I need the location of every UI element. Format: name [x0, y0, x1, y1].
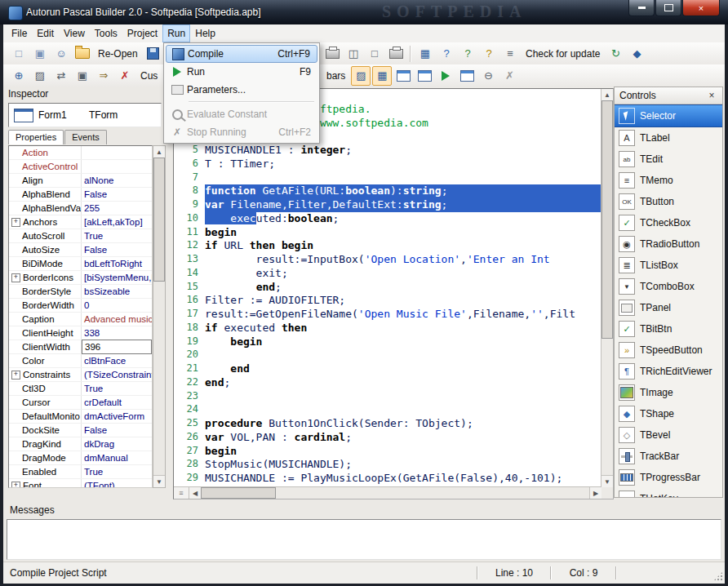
open-folder-button[interactable] [73, 44, 92, 64]
property-row-activecontrol[interactable]: ActiveControl [9, 160, 152, 174]
form-window-button[interactable] [393, 66, 413, 86]
delete-button[interactable]: ✗ [115, 66, 135, 86]
menu-run[interactable]: Run [162, 24, 190, 42]
control-item-tcheckbox[interactable]: ✓TCheckBox [615, 212, 722, 233]
menu-tools[interactable]: Tools [90, 24, 122, 42]
property-row-clientheight[interactable]: ClientHeight338 [9, 326, 152, 340]
control-item-tbutton[interactable]: OKTButton [615, 191, 722, 212]
control-item-thotkey[interactable]: AltTHotKey [615, 488, 722, 497]
scrollbar-thumb[interactable] [153, 158, 165, 282]
about-button[interactable]: ◆ [627, 44, 646, 64]
property-row-anchors[interactable]: +Anchors[akLeft,akTop] [9, 215, 152, 229]
print-preview-button[interactable]: ◫ [344, 44, 363, 64]
print-setup-button[interactable] [386, 44, 406, 64]
scroll-right-icon[interactable]: ▶ [589, 487, 601, 499]
control-item-tshape[interactable]: ◆TShape [615, 403, 722, 424]
print-button[interactable] [322, 44, 342, 64]
scroll-up-icon[interactable]: ▲ [153, 146, 165, 158]
refresh-button[interactable]: ↻ [606, 44, 625, 64]
code-line[interactable]: 26var VOL,PAN : cardinal; [174, 431, 601, 445]
property-row-bidimode[interactable]: BiDiModebdLeftToRight [9, 257, 152, 271]
control-item-tlistbox[interactable]: ≣TListBox [615, 255, 722, 276]
zoom-out-button[interactable]: ⊖ [478, 66, 498, 86]
run-menu-item-stop-running[interactable]: ✗Stop RunningCtrl+F2 [166, 123, 317, 141]
close-button[interactable]: × [682, 0, 720, 16]
scroll-left-icon[interactable]: ◀ [189, 487, 201, 499]
property-row-caption[interactable]: CaptionAdvanced music T [9, 313, 152, 326]
property-row-borderwidth[interactable]: BorderWidth0 [9, 299, 152, 313]
control-item-trackbar[interactable]: TrackBar [615, 446, 722, 467]
chart-view-button[interactable]: ▦ [372, 66, 392, 86]
transfer-button[interactable]: ⇄ [51, 66, 71, 86]
menu-edit[interactable]: Edit [32, 24, 59, 42]
minimize-button[interactable] [628, 0, 655, 16]
property-row-enabled[interactable]: EnabledTrue [9, 465, 152, 479]
help-index-button[interactable]: ? [458, 44, 477, 64]
scrollbar-thumb[interactable] [601, 100, 613, 339]
run-menu-item-compile[interactable]: CompileCtrl+F9 [166, 45, 317, 63]
run-menu-item-parameters[interactable]: Parameters... [166, 81, 317, 99]
control-item-selector[interactable]: Selector [615, 104, 722, 127]
code-line[interactable]: 27begin [174, 445, 601, 459]
code-line[interactable]: 23 [174, 390, 601, 404]
run-menu-item-run[interactable]: RunF9 [166, 63, 317, 81]
maximize-button[interactable] [655, 0, 681, 16]
page-button[interactable]: □ [365, 44, 384, 64]
code-line[interactable]: 20 [174, 348, 601, 362]
wizard-button[interactable]: ☺ [51, 44, 71, 64]
check-update-button[interactable]: Check for update [521, 48, 605, 60]
capture-button[interactable]: ▣ [73, 66, 92, 86]
chart-edit-button[interactable]: ▨ [351, 66, 371, 86]
property-row-ctl3d[interactable]: Ctl3DTrue [9, 382, 152, 396]
code-line[interactable]: 19 begin [174, 335, 601, 349]
expand-icon[interactable]: + [11, 482, 20, 489]
object-selector[interactable]: Form1 TForm [8, 103, 162, 127]
control-item-tmemo[interactable]: ≡TMemo [615, 170, 722, 191]
control-item-tradiobutton[interactable]: ◉TRadioButton [615, 233, 722, 255]
property-row-dragkind[interactable]: DragKinddkDrag [9, 437, 152, 451]
preview-window-button[interactable] [457, 66, 477, 86]
code-line[interactable]: 6T : TTimer; [174, 158, 601, 171]
code-lines[interactable]: 12 ftpedia.3 www.softpedia.com45MUSICHAN… [174, 89, 601, 487]
property-row-dragmode[interactable]: DragModedmManual [9, 451, 152, 465]
editor-vertical-scrollbar[interactable]: ▲ ▼ [601, 89, 613, 487]
property-row-docksite[interactable]: DockSiteFalse [9, 424, 152, 437]
code-line[interactable]: 14 exit; [174, 267, 601, 281]
help-about-button[interactable]: ? [479, 44, 499, 64]
menu-view[interactable]: View [59, 24, 90, 42]
code-line[interactable]: 28StopMusic(MUSICHANDLE); [174, 458, 601, 472]
property-row-cursor[interactable]: CursorcrDefault [9, 396, 152, 410]
control-item-tbitbtn[interactable]: ✓TBitBtn [615, 318, 722, 340]
control-item-tprogressbar[interactable]: TProgressBar [615, 467, 722, 488]
editor-horizontal-scrollbar[interactable]: ≡ ◀ ▶ [174, 486, 601, 499]
close-panel-icon[interactable]: × [706, 90, 717, 101]
run-menu-item-evaluate-constant[interactable]: Evaluate Constant [166, 105, 317, 123]
control-item-tricheditviewer[interactable]: ¶TRichEditViewer [615, 361, 722, 382]
edit-script-button[interactable]: ▨ [30, 66, 50, 86]
globe-button[interactable]: ⊕ [9, 66, 29, 86]
property-row-action[interactable]: Action [9, 146, 152, 160]
resize-grip-icon[interactable] [713, 571, 723, 581]
menu-help[interactable]: Help [190, 24, 220, 42]
expand-icon[interactable]: + [11, 273, 20, 282]
toolbars-button[interactable]: bars [322, 70, 350, 82]
code-line[interactable]: 9var Filename,Filter,DefaultExt:string; [174, 198, 601, 212]
new-file-button[interactable]: □ [9, 44, 29, 64]
scrollbar-thumb[interactable] [201, 487, 276, 499]
control-item-tedit[interactable]: abTEdit [615, 149, 722, 170]
code-line[interactable]: 12if URL then begin [174, 239, 601, 253]
property-row-align[interactable]: AlignalNone [9, 174, 152, 188]
tab-properties[interactable]: Properties [8, 130, 64, 144]
run-script-button[interactable] [436, 66, 455, 86]
menu-file[interactable]: File [7, 24, 32, 42]
property-row-autoscroll[interactable]: AutoScrollTrue [9, 229, 152, 243]
export-button[interactable]: ⇒ [94, 66, 113, 86]
form-settings-button[interactable] [415, 66, 434, 86]
menu-project[interactable]: Project [122, 24, 162, 42]
customize-button[interactable]: Cus [135, 70, 162, 82]
code-line[interactable]: 25procedure Button1OnClick(Sender: TObje… [174, 417, 601, 431]
expand-icon[interactable]: + [11, 371, 20, 380]
code-line[interactable]: 8function GetAFile(URL:boolean):string; [174, 184, 601, 198]
property-row-alphablendva[interactable]: AlphaBlendVa255 [9, 202, 152, 215]
property-row-defaultmonito[interactable]: DefaultMonitodmActiveForm [9, 410, 152, 424]
